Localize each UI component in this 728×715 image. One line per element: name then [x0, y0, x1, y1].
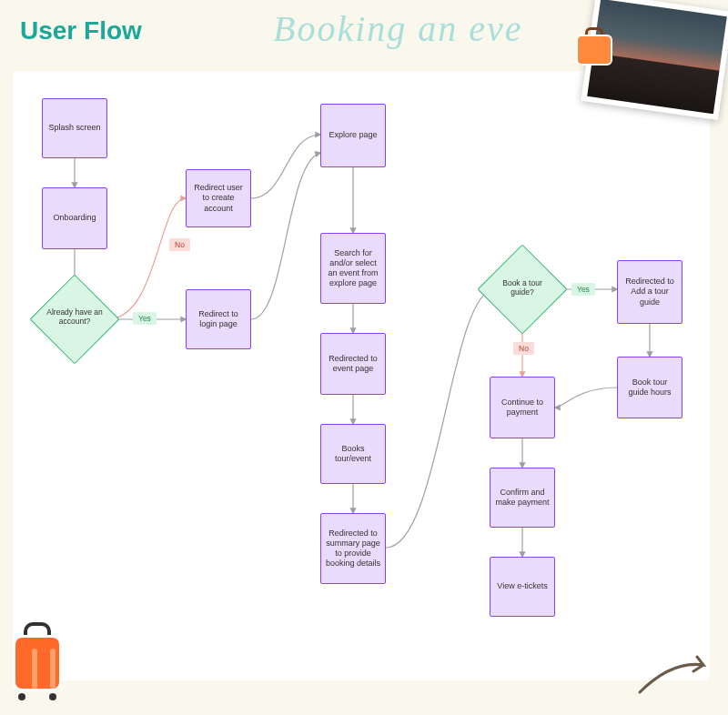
node-continue-payment[interactable]: Continue to payment: [490, 377, 555, 438]
node-confirm-payment[interactable]: Confirm and make payment: [490, 468, 555, 528]
node-search-select[interactable]: Search for and/or select an event from e…: [320, 233, 386, 304]
edge-label-no-1: No: [169, 238, 190, 251]
decision-book-guide[interactable]: [478, 245, 568, 335]
arrow-decoration-icon: [635, 651, 717, 697]
page-subtitle: Booking an eve: [273, 7, 523, 50]
node-add-guide[interactable]: Redirected to Add a tour guide: [617, 260, 682, 324]
edge-label-no-2: No: [513, 342, 534, 355]
edge-label-yes-1: Yes: [133, 312, 157, 325]
node-summary[interactable]: Redirected to summary page to provide bo…: [320, 513, 386, 584]
suitcase-orange-icon: [5, 624, 69, 697]
node-view-tickets[interactable]: View e-tickets: [490, 557, 555, 617]
flow-canvas: Splash screen Onboarding Already have an…: [13, 71, 710, 680]
node-guide-hours[interactable]: Book tour guide hours: [617, 357, 682, 418]
node-books-tour[interactable]: Books tour/event: [320, 424, 386, 484]
suitcase-small-icon: [571, 27, 617, 69]
node-splash[interactable]: Splash screen: [42, 98, 107, 158]
node-explore[interactable]: Explore page: [320, 104, 386, 167]
node-redirect-login[interactable]: Redirect to login page: [186, 289, 251, 349]
decision-already-account[interactable]: [30, 275, 120, 365]
page-title: User Flow: [20, 16, 142, 45]
edge-label-yes-2: Yes: [571, 283, 595, 296]
node-event-page[interactable]: Redirected to event page: [320, 333, 386, 395]
node-onboarding[interactable]: Onboarding: [42, 187, 107, 249]
node-redirect-create[interactable]: Redirect user to create account: [186, 169, 251, 227]
